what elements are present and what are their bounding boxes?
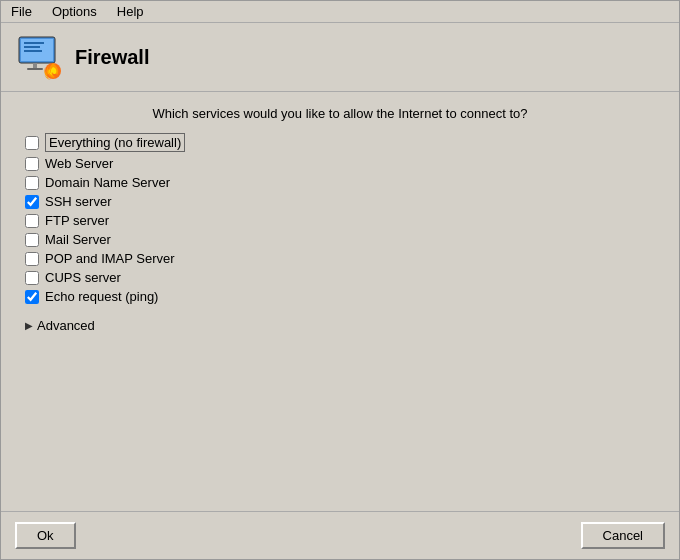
question-text: Which services would you like to allow t… [15, 106, 665, 121]
checkbox-item-mail[interactable]: Mail Server [25, 232, 665, 247]
menubar: File Options Help [1, 1, 679, 23]
menu-help[interactable]: Help [111, 3, 150, 20]
ok-button[interactable]: Ok [15, 522, 76, 549]
firewall-window: File Options Help Fir [0, 0, 680, 560]
advanced-arrow-icon: ▶ [25, 320, 33, 331]
firewall-icon [15, 33, 63, 81]
advanced-toggle[interactable]: ▶ Advanced [25, 318, 665, 333]
advanced-section: ▶ Advanced [15, 318, 665, 333]
checkbox-item-cups[interactable]: CUPS server [25, 270, 665, 285]
checkbox-item-everything[interactable]: Everything (no firewall) [25, 133, 665, 152]
checkbox-item-ftp[interactable]: FTP server [25, 213, 665, 228]
cancel-button[interactable]: Cancel [581, 522, 665, 549]
header: Firewall [1, 23, 679, 92]
page-title: Firewall [75, 46, 149, 69]
label-everything: Everything (no firewall) [45, 133, 185, 152]
svg-rect-3 [24, 46, 40, 48]
service-list: Everything (no firewall)Web ServerDomain… [15, 133, 665, 304]
checkbox-mail[interactable] [25, 233, 39, 247]
label-ssh: SSH server [45, 194, 111, 209]
checkbox-ping[interactable] [25, 290, 39, 304]
footer: Ok Cancel [1, 511, 679, 559]
checkbox-item-dns[interactable]: Domain Name Server [25, 175, 665, 190]
checkbox-ssh[interactable] [25, 195, 39, 209]
checkbox-item-web-server[interactable]: Web Server [25, 156, 665, 171]
checkbox-everything[interactable] [25, 136, 39, 150]
label-ftp: FTP server [45, 213, 109, 228]
checkbox-pop-imap[interactable] [25, 252, 39, 266]
svg-rect-2 [24, 42, 44, 44]
checkbox-cups[interactable] [25, 271, 39, 285]
checkbox-web-server[interactable] [25, 157, 39, 171]
checkbox-item-pop-imap[interactable]: POP and IMAP Server [25, 251, 665, 266]
label-web-server: Web Server [45, 156, 113, 171]
svg-rect-5 [33, 63, 37, 68]
label-cups: CUPS server [45, 270, 121, 285]
checkbox-item-ssh[interactable]: SSH server [25, 194, 665, 209]
main-content: Which services would you like to allow t… [1, 92, 679, 511]
svg-rect-4 [24, 50, 42, 52]
label-mail: Mail Server [45, 232, 111, 247]
checkbox-ftp[interactable] [25, 214, 39, 228]
label-ping: Echo request (ping) [45, 289, 158, 304]
advanced-label: Advanced [37, 318, 95, 333]
label-pop-imap: POP and IMAP Server [45, 251, 175, 266]
checkbox-item-ping[interactable]: Echo request (ping) [25, 289, 665, 304]
checkbox-dns[interactable] [25, 176, 39, 190]
menu-options[interactable]: Options [46, 3, 103, 20]
menu-file[interactable]: File [5, 3, 38, 20]
svg-rect-6 [27, 68, 43, 70]
label-dns: Domain Name Server [45, 175, 170, 190]
